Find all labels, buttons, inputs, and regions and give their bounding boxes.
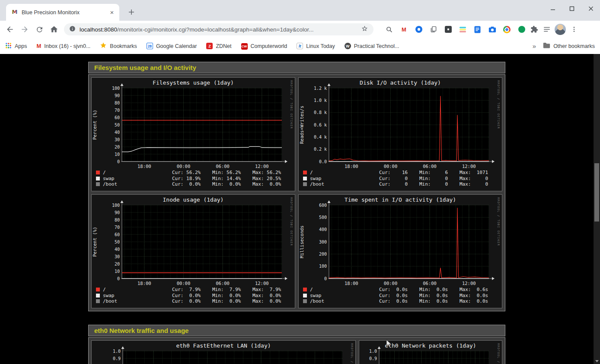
- extensions-puzzle-icon[interactable]: [528, 23, 540, 36]
- x-tick-label: 00:00: [177, 281, 191, 286]
- legend-cur: Cur: 0.0%: [172, 293, 212, 299]
- bookmark-practical-technol[interactable]: WPractical Technol...: [345, 43, 399, 50]
- bookmark-bookmarks[interactable]: Bookmarks: [100, 42, 137, 50]
- legend-series-name: /boot: [103, 181, 117, 187]
- graph-ylabel: Reads+Writes/s: [299, 106, 304, 144]
- bookmark-label: Apps: [15, 43, 27, 49]
- legend-swatch: [96, 294, 100, 298]
- legend-series-name: /boot: [310, 298, 324, 304]
- y-tick-label: 0.6 k: [314, 123, 327, 127]
- legend-cur: Cur: 0.0s: [379, 298, 419, 304]
- bookmark-google-calendar[interactable]: 28Google Calendar: [147, 43, 197, 50]
- x-tick-label: 06:00: [423, 164, 437, 169]
- blue-badge-icon[interactable]: [412, 23, 425, 36]
- legend-min: Min: 6: [419, 170, 460, 176]
- section-header-filesystem: Filesystem usage and I/O activity: [88, 62, 505, 73]
- bookmark-label: Google Calendar: [156, 43, 197, 49]
- browser-tab[interactable]: M Blue Precision Monitorix ×: [6, 4, 119, 21]
- legend-cur: Cur: 0.0s: [379, 287, 419, 293]
- y-tick-label: 60: [115, 115, 120, 120]
- legend-series: swap: [303, 176, 379, 182]
- y-tick-label: 600: [319, 203, 327, 208]
- profile-avatar[interactable]: [555, 24, 566, 35]
- browser-menu-icon[interactable]: [568, 23, 580, 36]
- y-tick-label: 1.0: [113, 349, 121, 354]
- legend-cur: Cur: 7.9%: [172, 287, 212, 293]
- graph-canvas: 010203040506070809010018:0000:0006:0012:…: [92, 195, 295, 286]
- legend-series: /: [96, 170, 172, 176]
- stack-icon[interactable]: [456, 23, 469, 36]
- legend-series-name: /boot: [103, 298, 117, 304]
- search-icon[interactable]: [383, 23, 396, 36]
- legend-cur: Cur: 0.0s: [379, 293, 419, 299]
- bookmark-computerworld[interactable]: CWComputerworld: [241, 43, 287, 50]
- rrdtool-watermark: RRDTOOL / TOBI OETIKER: [290, 197, 293, 246]
- bookmark-inbox-16-sjvn0[interactable]: MInbox (16) - sjvn0...: [37, 43, 91, 49]
- site-info-icon[interactable]: [69, 25, 76, 33]
- chrome-icon[interactable]: [501, 23, 513, 36]
- legend-max: Max: 0.0s: [460, 293, 498, 299]
- legend-row: /bootCur: 0.0%Min: 0.0%Max: 0.0%: [96, 298, 291, 304]
- legend-cur: Cur: 18.9%: [172, 176, 212, 182]
- graph-legend: /Cur: 0.0sMin: 0.0sMax: 0.6sswapCur: 0.0…: [299, 286, 502, 304]
- reload-button[interactable]: [32, 22, 47, 37]
- tab-close-icon[interactable]: ×: [108, 9, 116, 16]
- address-bar[interactable]: localhost:8080/monitorix-cgi/monitorix.c…: [64, 23, 373, 35]
- camera-icon[interactable]: [486, 23, 498, 36]
- rrdtool-watermark: RRDTOOL / TOBI OETIKER: [497, 80, 500, 129]
- bookmark-zdnet[interactable]: ZZDNet: [206, 43, 231, 50]
- legend-cur: Cur: 0.0%: [172, 181, 212, 187]
- graph-title: Disk I/O activity (1day): [360, 79, 441, 86]
- legend-row: /bootCur: 0.0sMin: 0.0sMax: 0.0s: [303, 298, 498, 304]
- y-tick-label: 40: [115, 247, 120, 252]
- scrollbar-down-arrow[interactable]: [595, 360, 599, 362]
- y-tick-label: 100: [319, 264, 327, 269]
- graph-disk-io-activity[interactable]: 0.00.2 k0.4 k0.6 k0.8 k1.0 k1.2 k18:0000…: [298, 77, 502, 191]
- reading-list-icon[interactable]: [540, 23, 553, 36]
- graph-legend: /Cur: 16Min: 6Max: 1071swapCur: 0Min: 0M…: [299, 169, 502, 187]
- docs-icon[interactable]: [471, 23, 484, 36]
- close-window-button[interactable]: [588, 6, 594, 12]
- gmail-icon[interactable]: M: [398, 23, 410, 36]
- graph-eth0-packets[interactable]: 0.00.10.20.30.40.50.60.70.80.91.018:0000…: [359, 340, 502, 364]
- y-tick-label: 80: [115, 218, 120, 222]
- copy-icon[interactable]: [427, 23, 440, 36]
- legend-swatch: [303, 294, 307, 298]
- extension-icons: M: [383, 23, 528, 36]
- y-tick-label: 400: [319, 227, 327, 232]
- scrollbar-thumb[interactable]: [594, 163, 599, 222]
- graph-filesystems-usage[interactable]: 010203040506070809010018:0000:0006:0012:…: [91, 77, 295, 191]
- legend-row: /bootCur: 0Min: 0Max: 0: [303, 181, 498, 187]
- bookmark-star-icon[interactable]: [361, 25, 368, 34]
- bookmark-apps[interactable]: Apps: [5, 42, 27, 50]
- bookmark-linux-today[interactable]: ltLinux Today: [297, 43, 335, 50]
- y-tick-label: 90: [115, 210, 120, 215]
- monitorix-content: Filesystem usage and I/O activity 010203…: [88, 62, 505, 364]
- minimize-button[interactable]: [550, 6, 556, 12]
- legend-swatch: [303, 299, 307, 303]
- x-tick-label: 18:00: [345, 281, 358, 286]
- forward-button[interactable]: [17, 22, 32, 37]
- legend-row: /Cur: 0.0sMin: 0.0sMax: 0.6s: [303, 287, 498, 293]
- bookmarks-overflow-chevron[interactable]: »: [533, 42, 536, 50]
- y-tick-label: 10: [115, 269, 120, 274]
- home-button[interactable]: [47, 22, 61, 37]
- legend-swatch: [96, 177, 100, 180]
- hangouts-icon[interactable]: [515, 23, 528, 36]
- back-button[interactable]: [3, 22, 17, 37]
- graph-eth0-lan[interactable]: 0.00.10.20.30.40.50.60.70.80.91.018:0000…: [91, 340, 356, 364]
- notes-icon[interactable]: [442, 23, 454, 36]
- page-scrollbar[interactable]: [594, 54, 600, 364]
- maximize-button[interactable]: [569, 6, 575, 12]
- other-bookmarks-folder[interactable]: Other bookmarks: [543, 42, 595, 50]
- legend-min: Min: 0.0s: [419, 287, 460, 293]
- legend-cur: Cur: 56.2%: [172, 170, 212, 176]
- y-tick-label: 20: [115, 145, 120, 149]
- new-tab-button[interactable]: [125, 6, 137, 18]
- legend-series: swap: [96, 176, 172, 182]
- graph-ylabel: Percent (%): [92, 110, 97, 140]
- legend-max: Max: 0: [460, 176, 498, 182]
- graph-time-in-io-activity[interactable]: 010020030040050060018:0000:0006:0012:00T…: [298, 194, 502, 308]
- graph-title: eth0 FastEthernet LAN (1day): [176, 342, 271, 349]
- graph-inode-usage[interactable]: 010203040506070809010018:0000:0006:0012:…: [91, 194, 295, 308]
